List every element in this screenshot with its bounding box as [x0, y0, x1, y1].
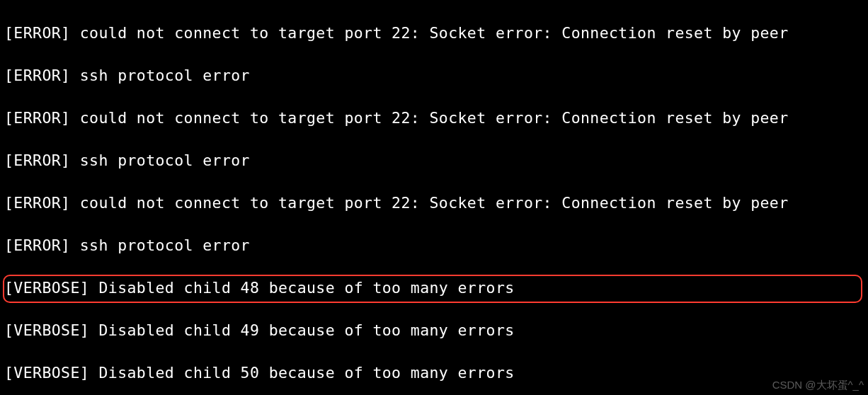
- error-line: [ERROR] could not connect to target port…: [4, 108, 864, 129]
- error-line: [ERROR] ssh protocol error: [4, 235, 864, 256]
- verbose-line: [VERBOSE] Disabled child 50 because of t…: [4, 362, 864, 384]
- error-line: [ERROR] could not connect to target port…: [4, 23, 864, 44]
- terminal-output[interactable]: [ERROR] could not connect to target port…: [0, 0, 868, 395]
- error-line: [ERROR] ssh protocol error: [4, 65, 864, 86]
- error-line: [ERROR] ssh protocol error: [4, 150, 864, 171]
- verbose-line: [VERBOSE] Disabled child 49 because of t…: [4, 320, 864, 341]
- verbose-line: [VERBOSE] Disabled child 48 because of t…: [4, 277, 864, 299]
- error-line: [ERROR] could not connect to target port…: [4, 193, 864, 214]
